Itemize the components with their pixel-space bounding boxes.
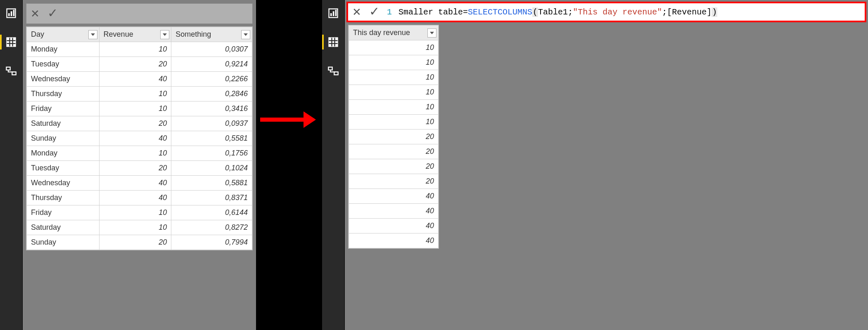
- column-filter-button[interactable]: [88, 30, 97, 39]
- cell-day[interactable]: Wednesday: [27, 176, 100, 191]
- formula-input-left[interactable]: [61, 4, 252, 24]
- table-row[interactable]: Friday100,6144: [27, 205, 252, 220]
- cell-day[interactable]: Tuesday: [27, 161, 100, 176]
- cell-value[interactable]: 40: [349, 233, 439, 248]
- cell-day[interactable]: Monday: [27, 146, 100, 161]
- cell-revenue[interactable]: 10: [99, 146, 171, 161]
- cell-revenue[interactable]: 20: [99, 235, 171, 250]
- cell-revenue[interactable]: 10: [99, 220, 171, 235]
- cell-something[interactable]: 0,1756: [171, 146, 252, 161]
- column-header[interactable]: This day revenue: [349, 26, 439, 40]
- cell-day[interactable]: Thursday: [27, 87, 100, 101]
- table-row[interactable]: 40: [349, 233, 439, 248]
- cell-day[interactable]: Saturday: [27, 220, 100, 235]
- cell-value[interactable]: 20: [349, 174, 439, 189]
- nav-data[interactable]: [322, 32, 345, 52]
- cell-value[interactable]: 40: [349, 219, 439, 233]
- table-row[interactable]: 40: [349, 189, 439, 204]
- nav-model[interactable]: [0, 61, 23, 81]
- table-row[interactable]: Monday100,0307: [27, 42, 252, 57]
- cell-day[interactable]: Tuesday: [27, 57, 100, 72]
- cell-something[interactable]: 0,2266: [171, 72, 252, 87]
- nav-report[interactable]: [322, 3, 345, 23]
- table-row[interactable]: Sunday400,5581: [27, 131, 252, 146]
- table-row[interactable]: 10: [349, 70, 439, 85]
- table-row[interactable]: Tuesday200,1024: [27, 161, 252, 176]
- cell-something[interactable]: 0,0307: [171, 42, 252, 57]
- cell-value[interactable]: 10: [349, 40, 439, 55]
- cell-revenue[interactable]: 10: [99, 205, 171, 220]
- cell-something[interactable]: 0,9214: [171, 57, 252, 72]
- cell-something[interactable]: 0,8371: [171, 191, 252, 205]
- cell-day[interactable]: Thursday: [27, 191, 100, 205]
- cell-day[interactable]: Friday: [27, 101, 100, 116]
- cell-revenue[interactable]: 40: [99, 191, 171, 205]
- table-row[interactable]: Wednesday400,2266: [27, 72, 252, 87]
- formula-input-right[interactable]: 1 Smaller table = SELECTCOLUMNS ( Table1…: [383, 3, 865, 21]
- table-row[interactable]: Friday100,3416: [27, 101, 252, 116]
- cell-something[interactable]: 0,6144: [171, 205, 252, 220]
- cell-value[interactable]: 20: [349, 144, 439, 159]
- commit-formula-button[interactable]: ✓: [365, 2, 383, 20]
- column-filter-button[interactable]: [160, 30, 169, 39]
- table-row[interactable]: Thursday400,8371: [27, 191, 252, 205]
- column-header[interactable]: Revenue: [99, 27, 171, 42]
- table-row[interactable]: 40: [349, 219, 439, 233]
- cell-something[interactable]: 0,1024: [171, 161, 252, 176]
- cell-something[interactable]: 0,5881: [171, 176, 252, 191]
- cell-revenue[interactable]: 20: [99, 161, 171, 176]
- cell-something[interactable]: 0,7994: [171, 235, 252, 250]
- cell-day[interactable]: Friday: [27, 205, 100, 220]
- cell-something[interactable]: 0,8272: [171, 220, 252, 235]
- cell-revenue[interactable]: 40: [99, 131, 171, 146]
- table-row[interactable]: Thursday100,2846: [27, 87, 252, 101]
- cell-day[interactable]: Sunday: [27, 131, 100, 146]
- column-filter-button[interactable]: [241, 30, 250, 39]
- table-row[interactable]: Saturday200,0937: [27, 116, 252, 131]
- table-row[interactable]: 10: [349, 115, 439, 130]
- column-header[interactable]: Day: [27, 27, 100, 42]
- cell-value[interactable]: 10: [349, 115, 439, 130]
- cell-value[interactable]: 40: [349, 189, 439, 204]
- cell-revenue[interactable]: 10: [99, 87, 171, 101]
- cell-revenue[interactable]: 40: [99, 176, 171, 191]
- cancel-formula-button[interactable]: ✕: [26, 4, 44, 24]
- cell-day[interactable]: Saturday: [27, 116, 100, 131]
- table-row[interactable]: 10: [349, 100, 439, 115]
- cell-revenue[interactable]: 20: [99, 57, 171, 72]
- commit-formula-button[interactable]: ✓: [44, 3, 61, 23]
- cell-day[interactable]: Monday: [27, 42, 100, 57]
- cell-something[interactable]: 0,0937: [171, 116, 252, 131]
- column-header[interactable]: Something: [171, 27, 252, 42]
- cell-revenue[interactable]: 40: [99, 72, 171, 87]
- cell-value[interactable]: 40: [349, 204, 439, 219]
- cell-value[interactable]: 20: [349, 130, 439, 144]
- table-row[interactable]: 10: [349, 85, 439, 100]
- table-row[interactable]: 10: [349, 55, 439, 70]
- cell-something[interactable]: 0,3416: [171, 101, 252, 116]
- cell-value[interactable]: 20: [349, 159, 439, 174]
- cell-value[interactable]: 10: [349, 70, 439, 85]
- table-row[interactable]: Wednesday400,5881: [27, 176, 252, 191]
- cell-day[interactable]: Sunday: [27, 235, 100, 250]
- table-row[interactable]: 20: [349, 174, 439, 189]
- table-row[interactable]: Saturday100,8272: [27, 220, 252, 235]
- cell-value[interactable]: 10: [349, 100, 439, 115]
- table-row[interactable]: Sunday200,7994: [27, 235, 252, 250]
- table-row[interactable]: 40: [349, 204, 439, 219]
- table-row[interactable]: 20: [349, 144, 439, 159]
- cell-something[interactable]: 0,2846: [171, 87, 252, 101]
- column-filter-button[interactable]: [427, 28, 436, 38]
- nav-report[interactable]: [0, 3, 23, 23]
- table-row[interactable]: 20: [349, 159, 439, 174]
- table-row[interactable]: Monday100,1756: [27, 146, 252, 161]
- cell-revenue[interactable]: 20: [99, 116, 171, 131]
- cell-value[interactable]: 10: [349, 85, 439, 100]
- cell-something[interactable]: 0,5581: [171, 131, 252, 146]
- table-row[interactable]: 10: [349, 40, 439, 55]
- nav-model[interactable]: [322, 61, 345, 81]
- cell-revenue[interactable]: 10: [99, 42, 171, 57]
- nav-data[interactable]: [0, 32, 23, 52]
- cancel-formula-button[interactable]: ✕: [348, 3, 365, 21]
- cell-day[interactable]: Wednesday: [27, 72, 100, 87]
